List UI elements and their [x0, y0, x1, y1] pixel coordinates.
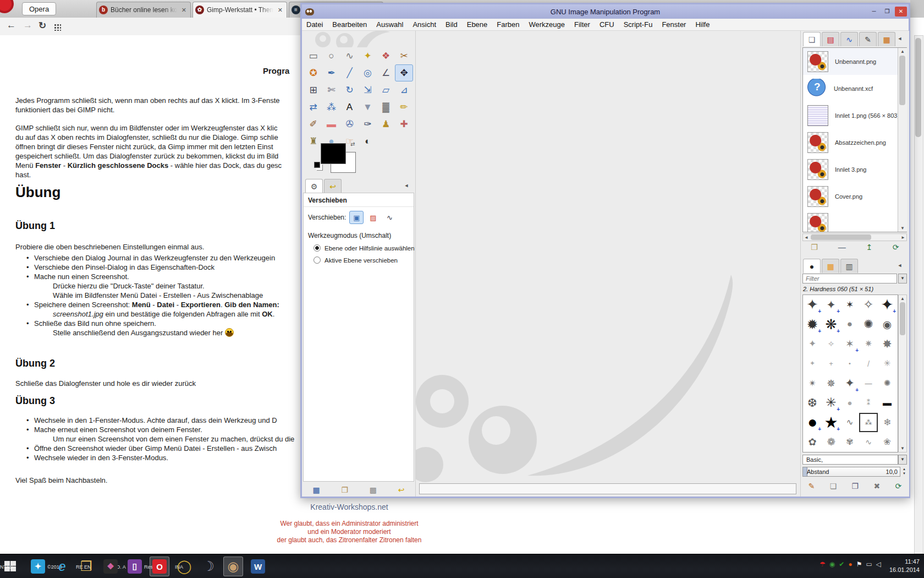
taskbar-app-button[interactable]: ✦ — [29, 557, 47, 576]
toolbox-tool[interactable]: ▱ — [377, 81, 395, 99]
brush-cell[interactable]: ✴+ — [803, 374, 822, 393]
taskbar-app-button[interactable]: e — [53, 557, 72, 576]
brush-cell[interactable]: ✦+ — [822, 295, 840, 314]
dock-tab[interactable]: ✎ — [859, 32, 877, 46]
image-list-item[interactable]: Cover.png — [803, 183, 906, 210]
tray-icon[interactable]: ☂ — [820, 561, 826, 568]
taskbar-app-button[interactable]: ❖ — [101, 557, 120, 576]
back-button[interactable]: ← — [7, 20, 16, 31]
gimp-title-bar[interactable]: GNU Image Manipulation Program ─ ❐ ✕ — [302, 4, 909, 19]
brush-cell[interactable]: ❋+ — [822, 315, 840, 334]
scroll-up-icon[interactable]: ▲ — [899, 296, 906, 301]
brush-cell[interactable]: /+ — [859, 354, 878, 373]
toolbox-tool[interactable]: ✏ — [395, 99, 413, 116]
brush-cell[interactable]: ✦+ — [803, 334, 822, 353]
brush-cell[interactable]: ❆+ — [803, 393, 822, 412]
toolbox-tool[interactable]: ○ — [322, 47, 340, 64]
move-target-button[interactable]: ∿ — [382, 211, 397, 224]
toolbox-tool[interactable]: ⇄ — [304, 99, 322, 116]
toolbox-tool[interactable]: ✄ — [322, 81, 340, 99]
filter-dropdown-icon[interactable]: ▼ — [898, 274, 907, 283]
dock-tab[interactable]: ↩ — [324, 179, 342, 193]
image-list-item[interactable]: Unbenannt.xcf — [803, 75, 906, 102]
spin-down-icon[interactable]: ▼ — [901, 471, 907, 476]
menu-item[interactable]: CFU — [600, 20, 614, 29]
menu-item[interactable]: Script-Fu — [624, 20, 653, 29]
menu-item[interactable]: Ebene — [467, 20, 488, 29]
menu-item[interactable]: Filter — [574, 20, 590, 29]
brush-cell[interactable]: ✦+ — [803, 354, 822, 373]
preset-dropdown-icon[interactable]: ▼ — [898, 455, 907, 465]
menu-item[interactable]: Ansicht — [413, 20, 436, 29]
images-hscrollbar[interactable]: ◄ ► — [802, 233, 907, 241]
toolbox-tool[interactable]: ✑ — [359, 116, 377, 133]
brush-cell[interactable]: ❀+ — [878, 432, 897, 451]
brush-filter-input[interactable] — [802, 274, 897, 283]
brush-cell[interactable]: ▬+ — [878, 393, 897, 412]
scroll-up-icon[interactable]: ▲ — [898, 49, 907, 54]
brush-cell[interactable]: ❄+ — [878, 413, 897, 432]
brush-cell[interactable]: ✦+ — [840, 374, 859, 393]
brush-cell[interactable]: ∿+ — [840, 413, 859, 432]
collapse-arrow-icon[interactable]: ◄ — [895, 261, 904, 270]
dock-tab[interactable]: ⚙ — [305, 179, 323, 193]
toolbox-tool[interactable]: ∠ — [377, 64, 395, 81]
dock-tab[interactable]: ▥ — [840, 259, 858, 273]
collapse-arrow-icon[interactable]: ◄ — [402, 181, 411, 190]
toolbox-tool[interactable]: ❖ — [377, 47, 395, 64]
footer-site-link[interactable]: Kreativ-Workshops.net — [0, 503, 698, 511]
taskbar-app-button[interactable]: ◉ — [223, 557, 243, 576]
gimp-canvas[interactable] — [416, 31, 800, 497]
toolbox-tool[interactable]: ⊿ — [395, 81, 413, 99]
taskbar-app-button[interactable]: O — [150, 557, 169, 576]
brush-cell[interactable]: ◉+ — [878, 315, 897, 334]
menu-item[interactable]: Hilfe — [695, 20, 710, 29]
menu-item[interactable]: Datei — [306, 20, 323, 29]
dock-tab[interactable]: ● — [803, 259, 821, 273]
toolbox-tool[interactable]: ∿ — [340, 47, 359, 64]
brush-cell[interactable]: ❁+ — [822, 432, 840, 451]
brush-cell[interactable]: ✦+ — [878, 295, 897, 314]
brush-cell[interactable]: ✵+ — [822, 374, 840, 393]
image-list-item[interactable]: Absatzzeichen.png — [803, 129, 906, 156]
images-scrollbar[interactable]: ▲ ▼ — [898, 48, 907, 232]
image-list-item[interactable] — [803, 210, 906, 232]
tab-close-icon[interactable]: ✕ — [180, 7, 188, 14]
taskbar-app-button[interactable]: W — [249, 557, 267, 576]
speed-dial-icon[interactable] — [54, 24, 61, 31]
default-colors-icon[interactable] — [314, 162, 320, 168]
image-list-item[interactable]: Innlet 1.png (566 × 803) — [803, 102, 906, 129]
brush-cell[interactable]: •+ — [840, 354, 859, 373]
scrollbar-thumb[interactable] — [900, 302, 905, 335]
scrollbar-thumb[interactable] — [899, 56, 905, 105]
toolbox-tool[interactable]: ✒ — [322, 64, 340, 81]
taskbar-app-button[interactable]: ❒ — [77, 557, 96, 576]
tool-options-action-button[interactable]: ↩ — [398, 486, 405, 494]
toolbox-tool[interactable]: ◎ — [359, 64, 377, 81]
toolbox-tool[interactable]: ▼ — [359, 99, 377, 116]
browser-tab[interactable]: b Bücher online lesen kosten ✕ — [96, 2, 191, 18]
taskbar-app-button[interactable]: ▯ — [125, 557, 144, 576]
toolbox-tool[interactable]: ↻ — [340, 81, 359, 99]
dock-action-button[interactable]: ↥ — [866, 243, 872, 251]
brush-cell[interactable]: ✶+ — [840, 295, 859, 314]
scroll-left-icon[interactable]: ◄ — [804, 235, 809, 240]
menu-item[interactable]: Fenster — [662, 20, 686, 29]
brush-cell[interactable]: ✸+ — [878, 334, 897, 353]
foreground-color-swatch[interactable] — [321, 143, 346, 164]
toolbox-tool[interactable]: ✪ — [304, 64, 322, 81]
brush-cell[interactable]: ✦+ — [803, 295, 822, 314]
brush-cell[interactable]: ✷+ — [859, 334, 878, 353]
image-list-item[interactable]: Innlet 3.png — [803, 156, 906, 183]
dock-tab[interactable]: ❏ — [803, 32, 821, 46]
brush-preset-select[interactable]: Basic, — [802, 455, 898, 465]
toolbox-tool[interactable]: ⁂ — [322, 99, 340, 116]
toolbox-tool[interactable]: ✐ — [304, 116, 322, 133]
spacing-slider[interactable]: Abstand 10,0 — [802, 467, 900, 477]
opera-menu-button[interactable]: Opera — [22, 2, 56, 15]
brush-cell[interactable]: ∿+ — [859, 432, 878, 451]
collapse-arrow-icon[interactable]: ◄ — [895, 34, 904, 43]
brushes-scrollbar[interactable]: ▲ ▼ — [898, 295, 907, 452]
brush-cell[interactable]: ✹+ — [803, 315, 822, 334]
dock-tab[interactable]: ∿ — [840, 32, 858, 46]
